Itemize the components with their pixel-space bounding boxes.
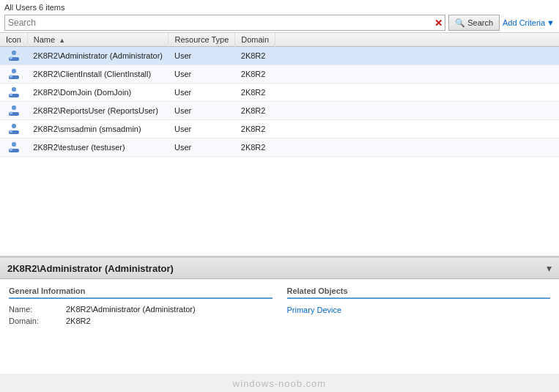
table-row[interactable]: 2K8R2\Administrator (Administrator)User2… [0,47,559,65]
row-icon-cell [0,138,27,157]
col-header-extra [275,33,559,47]
svg-point-3 [12,51,16,55]
user-icon [8,67,20,79]
clear-icon: ✕ [434,18,443,29]
row-resource-type: User [169,102,235,120]
clear-search-button[interactable]: ✕ [432,18,445,28]
row-domain: 2K8R2 [235,84,275,102]
row-domain: 2K8R2 [235,102,275,120]
search-button[interactable]: 🔍 Search [448,15,500,31]
svg-point-2 [10,56,12,59]
col-header-name[interactable]: Name ▲ [27,33,169,47]
detail-header: 2K8R2\Administrator (Administrator) ▾ [0,258,559,279]
row-extra [275,65,559,84]
general-info-section-title: General Information [9,286,273,299]
users-table: Icon Name ▲ Resource Type Domain 2 [0,33,559,157]
svg-point-18 [10,130,12,133]
results-title: All Users 6 items [4,3,555,12]
svg-point-14 [10,111,12,114]
svg-point-11 [12,87,16,92]
row-resource-type: User [169,65,235,84]
related-objects-section: Related Objects Primary Device [287,286,551,328]
svg-point-23 [12,142,16,147]
search-input[interactable] [5,18,432,28]
table-row[interactable]: 2K8R2\smsadmin (smsadmin)User2K8R2 [0,120,559,138]
col-header-icon: Icon [0,33,27,47]
user-icon [8,104,20,116]
add-criteria-button[interactable]: Add Criteria ▼ [503,18,555,27]
svg-point-22 [10,148,12,151]
collapse-icon: ▾ [547,262,552,274]
svg-point-10 [10,93,12,96]
add-criteria-arrow-icon: ▼ [547,18,555,27]
name-label: Name: [9,305,60,314]
row-name: 2K8R2\DomJoin (DomJoin) [27,84,169,102]
row-extra [275,120,559,138]
domain-value: 2K8R2 [66,317,91,325]
row-extra [275,102,559,120]
top-bar: All Users 6 items ✕ 🔍 Search Add Criteri… [0,0,559,33]
search-button-label: Search [467,18,493,27]
watermark-text: windows-noob.com [233,378,326,389]
row-icon-cell [0,102,27,120]
add-criteria-label: Add Criteria [503,18,545,27]
name-value: 2K8R2\Administrator (Administrator) [66,305,196,314]
row-domain: 2K8R2 [235,65,275,84]
results-title-text: All Users 6 items [4,3,65,12]
table-row[interactable]: 2K8R2\testuser (testuser)User2K8R2 [0,138,559,157]
domain-label: Domain: [9,317,60,325]
table-row[interactable]: 2K8R2\ReportsUser (ReportsUser)User2K8R2 [0,102,559,120]
detail-panel: 2K8R2\Administrator (Administrator) ▾ Ge… [0,256,559,374]
user-icon [8,122,20,134]
table-header-row: Icon Name ▲ Resource Type Domain [0,33,559,47]
row-name: 2K8R2\ReportsUser (ReportsUser) [27,102,169,120]
svg-point-7 [12,69,16,73]
row-icon-cell [0,84,27,102]
col-header-resource-type[interactable]: Resource Type [169,33,235,47]
row-icon-cell [0,65,27,84]
row-domain: 2K8R2 [235,120,275,138]
row-name: 2K8R2\testuser (testuser) [27,138,169,157]
row-name: 2K8R2\ClientInstall (ClientInstall) [27,65,169,84]
watermark: windows-noob.com [0,374,559,392]
row-resource-type: User [169,47,235,65]
svg-point-15 [12,106,16,110]
row-icon-cell [0,47,27,65]
svg-point-6 [10,75,12,78]
general-info-section: General Information Name: 2K8R2\Administ… [9,286,273,328]
row-domain: 2K8R2 [235,47,275,65]
row-extra [275,138,559,157]
row-resource-type: User [169,84,235,102]
detail-name-row: Name: 2K8R2\Administrator (Administrator… [9,305,273,314]
table-area: Icon Name ▲ Resource Type Domain 2 [0,33,559,256]
sort-arrow-icon: ▲ [59,37,65,44]
detail-collapse-button[interactable]: ▾ [547,262,552,274]
related-section-title: Related Objects [287,286,551,299]
search-input-wrapper: ✕ [4,15,445,31]
col-header-domain[interactable]: Domain [235,33,275,47]
row-resource-type: User [169,120,235,138]
detail-domain-row: Domain: 2K8R2 [9,317,273,325]
svg-point-19 [12,124,16,128]
table-row[interactable]: 2K8R2\ClientInstall (ClientInstall)User2… [0,65,559,84]
table-row[interactable]: 2K8R2\DomJoin (DomJoin)User2K8R2 [0,84,559,102]
row-name: 2K8R2\smsadmin (smsadmin) [27,120,169,138]
user-icon [8,141,20,152]
row-name: 2K8R2\Administrator (Administrator) [27,47,169,65]
row-icon-cell [0,120,27,138]
row-resource-type: User [169,138,235,157]
user-icon [8,86,20,97]
search-row: ✕ 🔍 Search Add Criteria ▼ [4,15,555,31]
user-icon [8,49,20,61]
detail-body: General Information Name: 2K8R2\Administ… [0,279,559,336]
row-domain: 2K8R2 [235,138,275,157]
row-extra [275,47,559,65]
search-icon: 🔍 [455,18,465,28]
primary-device-link[interactable]: Primary Device [287,306,342,314]
detail-header-title: 2K8R2\Administrator (Administrator) [7,263,174,274]
row-extra [275,84,559,102]
